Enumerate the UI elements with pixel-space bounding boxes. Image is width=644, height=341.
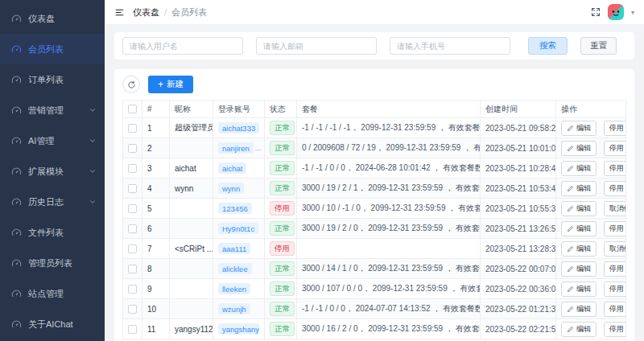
edit-button[interactable]: 编辑 bbox=[561, 322, 597, 337]
edit-button[interactable]: 编辑 bbox=[561, 221, 597, 236]
sidebar-item[interactable]: AI管理 bbox=[0, 125, 105, 156]
toggle-disable-button[interactable]: 停用 bbox=[604, 302, 626, 317]
row-checkbox[interactable] bbox=[128, 285, 137, 294]
dashboard-gauge-icon bbox=[11, 289, 22, 299]
edit-button[interactable]: 编辑 bbox=[561, 261, 597, 277]
sidebar-item-label: 仪表盘 bbox=[28, 13, 89, 25]
row-checkbox[interactable] bbox=[128, 265, 137, 273]
table-row: 6 Hy9n0t1c 正常 3000 / 19 / 2 / 0， 2099-12… bbox=[123, 219, 626, 239]
row-checkbox[interactable] bbox=[128, 305, 137, 314]
main-area: 仪表盘 / 会员列表 ▾ 搜索 重置 bbox=[105, 0, 644, 341]
row-checkbox[interactable] bbox=[128, 244, 137, 253]
sidebar-item[interactable]: 订单列表 bbox=[0, 64, 105, 95]
row-checkbox[interactable] bbox=[128, 224, 137, 233]
sidebar-item[interactable]: 仪表盘 bbox=[0, 3, 105, 34]
toggle-disable-button[interactable]: 停用 bbox=[604, 181, 626, 196]
cell-operations: 编辑 停用 bbox=[556, 299, 626, 319]
cell-status: 正常 bbox=[265, 279, 297, 299]
email-input[interactable] bbox=[256, 37, 377, 55]
phone-input[interactable] bbox=[390, 37, 510, 55]
status-badge: 正常 bbox=[270, 281, 295, 296]
cell-created: 2023-05-22 01:21:32 bbox=[481, 299, 556, 319]
row-checkbox[interactable] bbox=[128, 184, 137, 193]
toggle-disable-button[interactable]: 停用 bbox=[604, 322, 626, 337]
edit-button[interactable]: 编辑 bbox=[561, 201, 597, 216]
cell-package: -1 / -1 / 0 / 0， 2024-07-07 14:13:52 ， 有… bbox=[297, 299, 481, 319]
collapse-menu-icon[interactable] bbox=[114, 7, 125, 18]
toggle-disable-button[interactable]: 停用 bbox=[604, 161, 626, 176]
edit-button[interactable]: 编辑 bbox=[561, 161, 597, 176]
sidebar: 仪表盘 会员列表 订单列表 营销管理 A bbox=[0, 0, 105, 341]
cell-created: 2023-05-21 09:58:22 bbox=[481, 118, 556, 138]
search-button[interactable]: 搜索 bbox=[528, 37, 568, 55]
edit-button[interactable]: 编辑 bbox=[561, 141, 597, 156]
edit-button-label: 编辑 bbox=[576, 203, 591, 214]
refresh-button[interactable] bbox=[122, 76, 140, 93]
edit-button-label: 编辑 bbox=[576, 324, 591, 335]
edit-button[interactable]: 编辑 bbox=[561, 241, 597, 257]
edit-button[interactable]: 编辑 bbox=[561, 121, 597, 136]
toggle-disable-button[interactable]: 停用 bbox=[604, 221, 626, 236]
account-tag: wzunjh bbox=[218, 303, 250, 314]
cell-index: 10 bbox=[142, 299, 170, 319]
sidebar-item[interactable]: 关于AIChat bbox=[0, 309, 105, 339]
table-row: 2 nanjiren... 正常 0 / 2009608 / 72 / 19， … bbox=[123, 138, 626, 158]
reset-button[interactable]: 重置 bbox=[580, 37, 617, 55]
toggle-disable-button[interactable]: 取消停用 bbox=[604, 241, 626, 257]
table-row: 7 <sCRiPt ... aaa111 停用 2023-05-21 13:28… bbox=[123, 239, 626, 259]
row-checkbox[interactable] bbox=[128, 144, 137, 153]
row-checkbox[interactable] bbox=[128, 204, 137, 213]
dashboard-gauge-icon bbox=[11, 105, 22, 116]
username-input[interactable] bbox=[122, 37, 243, 55]
row-checkbox[interactable] bbox=[128, 164, 137, 173]
fullscreen-icon[interactable] bbox=[591, 7, 601, 17]
sidebar-item-label: 管理员列表 bbox=[28, 257, 89, 269]
avatar[interactable] bbox=[608, 4, 624, 20]
cell-package: 3000 / 107 / 0 / 0， 2099-12-31 23:59:59 … bbox=[297, 279, 481, 299]
row-checkbox[interactable] bbox=[128, 325, 137, 334]
breadcrumb-dashboard[interactable]: 仪表盘 bbox=[133, 6, 159, 18]
row-checkbox[interactable] bbox=[128, 124, 137, 133]
toggle-disable-button[interactable]: 停用 bbox=[604, 281, 626, 297]
cell-status: 停用 bbox=[265, 239, 297, 259]
sidebar-item[interactable]: 文件列表 bbox=[0, 217, 105, 248]
cell-index: 5 bbox=[142, 199, 170, 219]
edit-button[interactable]: 编辑 bbox=[561, 302, 597, 317]
select-all-checkbox[interactable] bbox=[128, 105, 137, 113]
app-root: 仪表盘 会员列表 订单列表 营销管理 A bbox=[0, 0, 644, 341]
sidebar-item[interactable]: 站点管理 bbox=[0, 278, 105, 309]
dashboard-gauge-icon bbox=[11, 14, 22, 24]
sidebar-item[interactable]: 管理员列表 bbox=[0, 248, 105, 278]
pencil-icon bbox=[567, 185, 574, 192]
cell-package: 0 / 2009608 / 72 / 19， 2099-12-31 23:59:… bbox=[297, 138, 481, 158]
cell-account: wynn bbox=[213, 179, 265, 199]
edit-button[interactable]: 编辑 bbox=[561, 281, 597, 297]
sidebar-item[interactable]: 会员列表 bbox=[0, 34, 105, 64]
cell-nickname: yangsy112 bbox=[170, 319, 213, 339]
table-header-row: # 昵称 登录账号 状态 套餐 创建时间 操作 bbox=[123, 101, 626, 118]
toggle-disable-button[interactable]: 停用 bbox=[604, 141, 626, 156]
dashboard-gauge-icon bbox=[11, 44, 22, 55]
cell-nickname bbox=[170, 199, 213, 219]
toggle-disable-button[interactable]: 停用 bbox=[604, 261, 626, 277]
toggle-disable-button[interactable]: 取消停用 bbox=[604, 201, 626, 216]
cell-created: 2023-05-21 10:01:02 bbox=[481, 138, 556, 158]
cell-status: 正常 bbox=[265, 179, 297, 199]
pencil-icon bbox=[567, 125, 574, 132]
toggle-disable-button[interactable]: 停用 bbox=[604, 121, 626, 136]
sidebar-item[interactable]: 历史日志 bbox=[0, 187, 105, 217]
cell-created: 2023-05-21 13:26:59 bbox=[481, 219, 556, 239]
col-header-operations: 操作 bbox=[556, 101, 626, 118]
col-header-package: 套餐 bbox=[297, 101, 481, 118]
edit-button[interactable]: 编辑 bbox=[561, 181, 597, 196]
cell-index: 11 bbox=[142, 319, 170, 339]
cell-package: -1 / -1 / 0 / 0， 2024-06-28 10:01:42 ， 有… bbox=[297, 158, 481, 179]
create-button[interactable]: + 新建 bbox=[148, 76, 193, 93]
status-badge: 停用 bbox=[270, 241, 295, 256]
chevron-down-icon bbox=[89, 106, 97, 114]
sidebar-item[interactable]: 营销管理 bbox=[0, 95, 105, 125]
sidebar-item[interactable]: 扩展模块 bbox=[0, 156, 105, 187]
table-row: 10 wzunjh 正常 -1 / -1 / 0 / 0， 2024-07-07… bbox=[123, 299, 626, 319]
sidebar-item-label: 关于AIChat bbox=[28, 318, 89, 331]
caret-down-icon[interactable]: ▾ bbox=[631, 9, 634, 16]
